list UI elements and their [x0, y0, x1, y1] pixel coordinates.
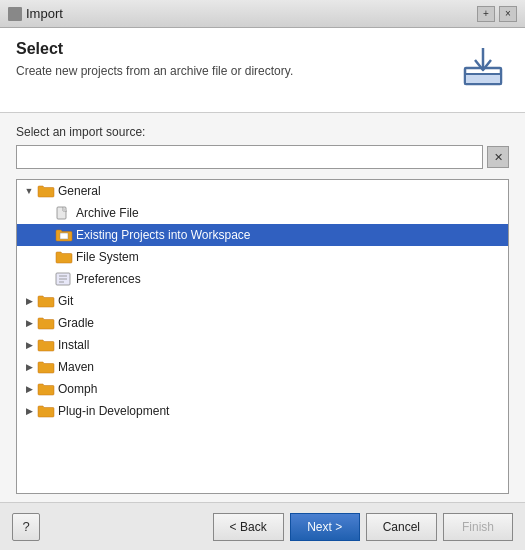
- expand-icon-install[interactable]: ▶: [21, 337, 37, 353]
- expand-icon-gradle[interactable]: ▶: [21, 315, 37, 331]
- projects-icon-existing: [55, 228, 73, 242]
- title-bar-controls: + ×: [477, 6, 517, 22]
- tree-item-gradle[interactable]: ▶ Gradle: [17, 312, 508, 334]
- folder-icon-general: [37, 184, 55, 198]
- page-title: Select: [16, 40, 457, 58]
- import-icon: [459, 42, 507, 90]
- expand-icon-oomph[interactable]: ▶: [21, 381, 37, 397]
- expand-icon-plugin[interactable]: ▶: [21, 403, 37, 419]
- tree-item-preferences[interactable]: Preferences: [17, 268, 508, 290]
- folder-icon-oomph: [37, 382, 55, 396]
- finish-button[interactable]: Finish: [443, 513, 513, 541]
- tree-item-archive-file[interactable]: Archive File: [17, 202, 508, 224]
- header-text: Select Create new projects from an archi…: [16, 40, 457, 78]
- folder-icon-git: [37, 294, 55, 308]
- svg-rect-5: [60, 233, 68, 239]
- tree-item-oomph[interactable]: ▶ Oomph: [17, 378, 508, 400]
- tree-item-file-system[interactable]: File System: [17, 246, 508, 268]
- button-bar: ? < Back Next > Cancel Finish: [0, 502, 525, 550]
- dialog-title: Import: [26, 6, 63, 21]
- tree-item-gradle-label: Gradle: [58, 316, 94, 330]
- folder-icon-gradle: [37, 316, 55, 330]
- tree-item-existing-projects[interactable]: Existing Projects into Workspace: [17, 224, 508, 246]
- tree-item-maven-label: Maven: [58, 360, 94, 374]
- body-section: Select an import source: ✕ ▼ General A: [0, 113, 525, 502]
- tree-item-general-label: General: [58, 184, 101, 198]
- folder-icon-maven: [37, 360, 55, 374]
- tree-item-existing-label: Existing Projects into Workspace: [76, 228, 251, 242]
- tree-item-oomph-label: Oomph: [58, 382, 97, 396]
- tree-item-git[interactable]: ▶ Git: [17, 290, 508, 312]
- maximize-button[interactable]: +: [477, 6, 495, 22]
- expand-icon-general[interactable]: ▼: [21, 183, 37, 199]
- search-clear-button[interactable]: ✕: [487, 146, 509, 168]
- page-subtitle: Create new projects from an archive file…: [16, 64, 457, 78]
- help-button[interactable]: ?: [12, 513, 40, 541]
- expand-icon-git[interactable]: ▶: [21, 293, 37, 309]
- action-buttons: < Back Next > Cancel Finish: [213, 513, 513, 541]
- help-area: ?: [12, 513, 40, 541]
- file-icon-archive: [55, 206, 73, 220]
- next-button[interactable]: Next >: [290, 513, 360, 541]
- folder-icon-install: [37, 338, 55, 352]
- import-source-label: Select an import source:: [16, 125, 509, 139]
- header-section: Select Create new projects from an archi…: [0, 28, 525, 113]
- tree-item-plugin-dev[interactable]: ▶ Plug-in Development: [17, 400, 508, 422]
- search-row: ✕: [16, 145, 509, 169]
- tree-item-git-label: Git: [58, 294, 73, 308]
- dialog-content: Select Create new projects from an archi…: [0, 28, 525, 550]
- title-bar-left: Import: [8, 6, 63, 21]
- tree-item-install-label: Install: [58, 338, 89, 352]
- cancel-button[interactable]: Cancel: [366, 513, 437, 541]
- tree-item-plugin-label: Plug-in Development: [58, 404, 169, 418]
- tree-item-install[interactable]: ▶ Install: [17, 334, 508, 356]
- tree-item-prefs-label: Preferences: [76, 272, 141, 286]
- tree-item-maven[interactable]: ▶ Maven: [17, 356, 508, 378]
- header-icon: [457, 40, 509, 92]
- tree-item-archive-label: Archive File: [76, 206, 139, 220]
- tree-container[interactable]: ▼ General Archive File: [16, 179, 509, 494]
- search-input[interactable]: [16, 145, 483, 169]
- title-bar: Import + ×: [0, 0, 525, 28]
- tree-item-general[interactable]: ▼ General: [17, 180, 508, 202]
- folder-icon-plugin: [37, 404, 55, 418]
- svg-rect-1: [465, 74, 501, 84]
- prefs-icon: [55, 272, 73, 286]
- close-button[interactable]: ×: [499, 6, 517, 22]
- folder-icon-filesys: [55, 250, 73, 264]
- tree-item-filesys-label: File System: [76, 250, 139, 264]
- back-button[interactable]: < Back: [213, 513, 284, 541]
- expand-icon-maven[interactable]: ▶: [21, 359, 37, 375]
- app-icon: [8, 7, 22, 21]
